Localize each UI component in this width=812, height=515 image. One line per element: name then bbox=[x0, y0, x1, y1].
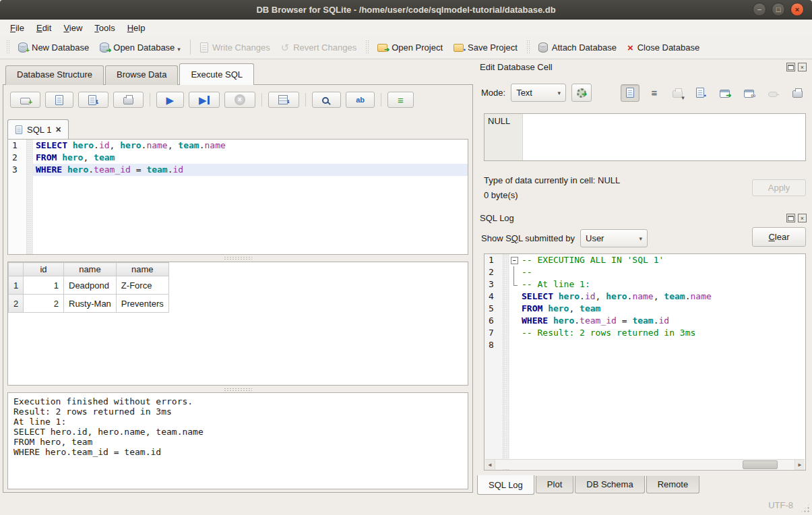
open-database-button[interactable]: ➜ Open Database ▾ bbox=[94, 40, 186, 55]
code-line[interactable]: 2-- bbox=[485, 266, 805, 278]
close-database-button[interactable]: × Close Database bbox=[622, 40, 705, 55]
table-cell[interactable]: Preventers bbox=[116, 295, 168, 313]
tab-database-structure[interactable]: Database Structure bbox=[5, 65, 104, 85]
revert-changes-button[interactable]: ↺ Revert Changes bbox=[276, 40, 363, 55]
text-mode-button[interactable] bbox=[621, 84, 639, 102]
close-sql-tab-icon[interactable]: × bbox=[55, 124, 61, 135]
execute-line-button[interactable]: ▶ bbox=[189, 92, 220, 108]
code-line[interactable]: 4SELECT hero.id, hero.name, team.name bbox=[485, 291, 805, 303]
menu-help[interactable]: Help bbox=[121, 21, 152, 35]
table-row[interactable]: 22Rusty-ManPreventers bbox=[9, 295, 169, 313]
menu-tools[interactable]: Tools bbox=[88, 21, 121, 35]
menu-view[interactable]: View bbox=[57, 21, 88, 35]
table-row[interactable]: 11DeadpondZ-Force bbox=[9, 276, 169, 295]
word-wrap-button[interactable]: ≡ bbox=[645, 84, 664, 102]
set-null-button[interactable]: − bbox=[763, 84, 782, 102]
new-sql-tab-button[interactable]: + bbox=[10, 92, 40, 108]
code-line[interactable]: 6WHERE hero.team_id = team.id bbox=[485, 315, 805, 327]
export-cell-button[interactable]: ▪ bbox=[691, 84, 710, 102]
tab-sql-log[interactable]: SQL Log bbox=[477, 475, 534, 495]
toolbar-drag-handle[interactable] bbox=[6, 40, 9, 55]
sql-editor-tab[interactable]: SQL 1 × bbox=[7, 119, 69, 139]
code-line[interactable]: 3-- At line 1: bbox=[485, 278, 805, 291]
column-header[interactable]: name bbox=[64, 263, 117, 276]
cell-value-editor[interactable]: NULL bbox=[484, 113, 806, 161]
close-button[interactable]: × bbox=[790, 3, 804, 16]
open-external-button[interactable]: ➜ bbox=[715, 84, 734, 102]
splitter-handle[interactable] bbox=[224, 256, 252, 260]
code-line[interactable]: 5FROM hero, team bbox=[485, 303, 805, 315]
open-database-caret-icon[interactable]: ▾ bbox=[177, 46, 181, 53]
print-sql-button[interactable] bbox=[113, 92, 144, 108]
write-changes-button[interactable]: Write Changes bbox=[195, 40, 276, 55]
clear-log-button[interactable]: Clear bbox=[752, 227, 806, 247]
titlebar[interactable]: DB Browser for SQLite - /home/user/code/… bbox=[0, 0, 812, 20]
code-line[interactable]: 3WHERE hero.team_id = team.id bbox=[8, 164, 468, 176]
table-cell[interactable]: Deadpond bbox=[64, 276, 117, 295]
minimize-button[interactable]: − bbox=[753, 3, 766, 16]
table-cell[interactable]: Z-Force bbox=[116, 276, 168, 295]
find-button[interactable] bbox=[312, 92, 341, 108]
tab-execute-sql[interactable]: Execute SQL bbox=[179, 63, 254, 85]
code-line[interactable]: 1-- EXECUTING ALL IN 'SQL 1' bbox=[485, 254, 805, 266]
text-mode-icon bbox=[626, 88, 634, 98]
save-sql-file-button[interactable]: ▪▾ bbox=[78, 92, 108, 108]
sql-log-view[interactable]: 1-- EXECUTING ALL IN 'SQL 1'2--3-- At li… bbox=[484, 253, 806, 471]
float-dock-icon[interactable] bbox=[786, 63, 795, 71]
code-line[interactable]: 2FROM hero, team bbox=[8, 152, 468, 164]
tab-remote[interactable]: Remote bbox=[646, 476, 700, 493]
menu-edit[interactable]: Edit bbox=[30, 21, 57, 35]
apply-button[interactable]: Apply bbox=[752, 179, 806, 196]
execute-all-button[interactable]: ▶ bbox=[156, 92, 185, 108]
mode-select-caret-icon: ▾ bbox=[558, 90, 561, 96]
mode-select[interactable]: Text ▾ bbox=[511, 84, 566, 102]
menu-file[interactable]: File bbox=[4, 21, 30, 35]
export-results-button[interactable]: ▪▾ bbox=[268, 92, 300, 108]
open-url-button[interactable]: ∞ bbox=[739, 84, 758, 102]
toolbar-drag-handle[interactable] bbox=[365, 40, 369, 55]
column-header[interactable]: name bbox=[116, 263, 168, 276]
sql-editor[interactable]: 1SELECT hero.id, hero.name, team.name2FR… bbox=[7, 139, 468, 255]
open-sql-file-button[interactable] bbox=[45, 92, 73, 108]
tab-db-schema[interactable]: DB Schema bbox=[575, 476, 644, 493]
execution-status-log[interactable]: Execution finished without errors. Resul… bbox=[7, 392, 468, 489]
splitter-handle[interactable] bbox=[224, 388, 252, 391]
float-dock-icon[interactable] bbox=[786, 214, 795, 222]
code-line[interactable]: 1SELECT hero.id, hero.name, team.name bbox=[8, 140, 468, 152]
submitter-select[interactable]: User ▾ bbox=[580, 229, 648, 247]
maximize-button[interactable]: □ bbox=[772, 3, 785, 16]
close-dock-icon[interactable]: × bbox=[798, 63, 807, 71]
save-project-button[interactable]: ▪ Save Project bbox=[448, 40, 523, 55]
table-cell[interactable]: 1 bbox=[24, 276, 64, 295]
new-database-button[interactable]: + New Database bbox=[13, 40, 94, 55]
column-header[interactable]: id bbox=[24, 263, 64, 276]
tab-plot[interactable]: Plot bbox=[536, 476, 573, 493]
resize-grip[interactable] bbox=[801, 504, 810, 513]
corner-header[interactable] bbox=[9, 263, 24, 276]
row-header[interactable]: 1 bbox=[9, 276, 24, 295]
scroll-left-icon[interactable]: ◀ bbox=[485, 460, 495, 470]
auto-apply-button[interactable]: ➜ bbox=[571, 84, 592, 102]
table-cell[interactable]: Rusty-Man bbox=[64, 295, 117, 313]
tab-browse-data[interactable]: Browse Data bbox=[105, 65, 178, 85]
open-project-button[interactable]: ➜ Open Project bbox=[372, 40, 448, 55]
format-sql-button[interactable]: ≡ bbox=[387, 92, 414, 108]
attach-database-button[interactable]: Attach Database bbox=[533, 40, 622, 55]
code-line[interactable]: 7-- Result: 2 rows returned in 3ms bbox=[485, 327, 805, 339]
print-cell-button[interactable] bbox=[788, 84, 807, 102]
table-cell[interactable]: 2 bbox=[24, 295, 64, 313]
fold-column bbox=[509, 327, 519, 339]
stop-execution-button[interactable]: × bbox=[224, 92, 255, 108]
code-line[interactable]: 8 bbox=[485, 339, 805, 351]
toolbar-drag-handle[interactable] bbox=[526, 40, 530, 55]
horizontal-scrollbar[interactable]: ◀▶ bbox=[485, 459, 805, 469]
scrollbar-thumb[interactable] bbox=[743, 460, 778, 469]
close-dock-icon[interactable]: × bbox=[798, 214, 807, 222]
filter-label: Show SQL submitted by bbox=[481, 233, 575, 243]
scroll-right-icon[interactable]: ▶ bbox=[794, 460, 805, 470]
fold-marker-icon[interactable] bbox=[509, 254, 519, 266]
row-header[interactable]: 2 bbox=[9, 295, 24, 313]
import-cell-button[interactable]: ▾ bbox=[669, 84, 688, 102]
find-replace-button[interactable]: ab bbox=[346, 92, 375, 108]
fold-column bbox=[509, 291, 519, 303]
